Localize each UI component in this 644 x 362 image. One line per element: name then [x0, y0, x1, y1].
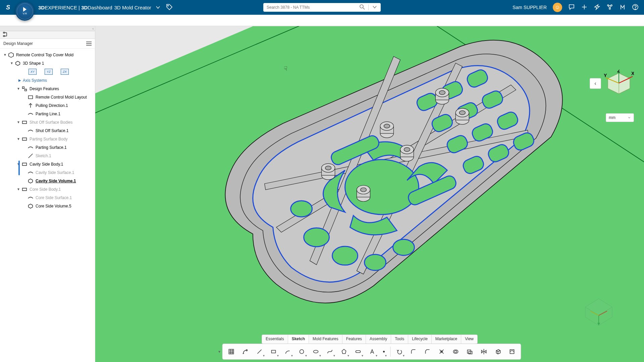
svg-rect-20: [22, 86, 24, 88]
tab-assembly[interactable]: Assembly: [366, 335, 391, 344]
collab-icon[interactable]: [606, 4, 613, 11]
tree-item[interactable]: Parting Line.1: [0, 110, 95, 118]
tab-lifecycle[interactable]: Lifecycle: [408, 335, 432, 344]
avatar[interactable]: ☺: [553, 3, 562, 12]
arc-button[interactable]: ▼: [281, 345, 294, 358]
sidebar-toolstrip: [0, 31, 95, 39]
line-button[interactable]: ▼: [253, 345, 266, 358]
tree-root[interactable]: ▼Remote Control Top Cover Mold: [0, 51, 95, 59]
tree-item[interactable]: Pulling Direction.1: [0, 101, 95, 110]
sketch-icon: [28, 153, 34, 159]
toolbar-expand-icon[interactable]: ▾: [218, 349, 220, 354]
command-tabs: EssentialsSketchMold FeaturesFeaturesAss…: [262, 335, 478, 344]
tree-item[interactable]: Core Side Volume.5: [0, 202, 95, 210]
svg-point-39: [304, 228, 329, 247]
tree-item[interactable]: Shut Off Surface.1: [0, 126, 95, 135]
chamfer-button[interactable]: [421, 345, 434, 358]
svg-line-9: [608, 6, 609, 8]
spline-button[interactable]: ▼: [323, 345, 337, 358]
ground-gizmo[interactable]: [584, 297, 614, 327]
svg-point-2: [167, 5, 168, 6]
breadcrumb[interactable]: 3DEXPERIENCE | 3DDashboard 3D Mold Creat…: [38, 4, 161, 11]
chevron-down-icon: [155, 4, 161, 11]
text-button[interactable]: ▼: [366, 345, 379, 358]
orientation-cube[interactable]: X Y Z: [604, 70, 634, 97]
unit-selector[interactable]: mm: [606, 113, 634, 122]
tree-item-active[interactable]: Cavity Side Volume.1: [0, 177, 95, 185]
compass-button[interactable]: V.R: [15, 2, 34, 21]
tree-item[interactable]: Sketch.1: [0, 152, 95, 160]
tree-item[interactable]: Core Side Surface.1: [0, 193, 95, 202]
tab-mold-features[interactable]: Mold Features: [309, 335, 342, 344]
tree-shutoff-group[interactable]: ▼Shut Off Surface Bodies: [0, 118, 95, 126]
tree-parting-group[interactable]: ▼Parting Surface Body: [0, 135, 95, 143]
direction-icon: [28, 103, 34, 109]
mirror-line-button[interactable]: [477, 345, 491, 358]
point-button[interactable]: ▼: [380, 345, 388, 358]
plane-zx[interactable]: ZX: [61, 69, 69, 75]
user-name[interactable]: Sam SUPPLIER: [513, 5, 547, 10]
search-icon[interactable]: [356, 4, 368, 11]
grid-button[interactable]: [225, 345, 238, 358]
plane-yz[interactable]: YZ: [45, 69, 53, 75]
ds-logo[interactable]: S: [3, 2, 13, 13]
tab-sketch[interactable]: Sketch: [288, 335, 309, 344]
offset-button[interactable]: [463, 345, 477, 358]
tree-item[interactable]: Parting Surface.1: [0, 143, 95, 152]
tag-icon[interactable]: [166, 4, 173, 11]
ellipse-button[interactable]: ▼: [309, 345, 323, 358]
rectangle-button[interactable]: ▼: [267, 345, 280, 358]
tree-mode-icon[interactable]: [3, 31, 9, 39]
polygon-button[interactable]: ▼: [337, 345, 351, 358]
svg-rect-114: [468, 350, 471, 353]
tab-tools[interactable]: Tools: [391, 335, 408, 344]
intersect-button[interactable]: [449, 345, 463, 358]
svg-marker-19: [16, 61, 20, 65]
tab-features[interactable]: Features: [342, 335, 366, 344]
reference-planes: XY YZ ZX: [0, 67, 95, 76]
svg-marker-117: [482, 350, 483, 353]
tab-essentials[interactable]: Essentials: [262, 335, 288, 344]
undo-arrow-button[interactable]: ▼: [393, 345, 406, 358]
box-button[interactable]: [491, 345, 505, 358]
svg-marker-106: [342, 349, 346, 354]
viewport-3d[interactable]: ☟ ‹ X Y Z mm: [95, 26, 644, 362]
svg-marker-27: [29, 179, 33, 183]
ribbon-strip: [0, 15, 644, 26]
tree-design-features[interactable]: ▼Design Features: [0, 84, 95, 93]
tab-view[interactable]: View: [461, 335, 477, 344]
tab-marketplace[interactable]: Marketplace: [432, 335, 461, 344]
tree-cavity-group[interactable]: ▼Cavity Side Body.1: [0, 160, 95, 168]
ifwe-icon[interactable]: [619, 4, 626, 11]
trim-button[interactable]: [435, 345, 448, 358]
svg-point-73: [384, 124, 390, 128]
svg-rect-21: [25, 89, 26, 90]
region-button[interactable]: [505, 345, 519, 358]
search-scope-dropdown[interactable]: [369, 4, 381, 11]
svg-point-7: [609, 8, 610, 9]
svg-text:Z: Z: [617, 70, 620, 73]
svg-marker-29: [29, 204, 33, 208]
slot-button[interactable]: ▼: [352, 345, 365, 358]
circle-button[interactable]: ▼: [295, 345, 309, 358]
svg-rect-121: [510, 350, 514, 354]
auto-constraint-button[interactable]: [239, 345, 252, 358]
tree-core-group[interactable]: ▼Core Side Body.1: [0, 185, 95, 193]
add-icon[interactable]: [581, 4, 588, 11]
help-icon[interactable]: [632, 4, 639, 11]
share-icon[interactable]: [594, 4, 600, 11]
tree-item[interactable]: Remote Control Mold Layout: [0, 93, 95, 101]
svg-point-61: [325, 166, 331, 170]
tree-item[interactable]: Cavity Side Surface.1: [0, 168, 95, 177]
svg-rect-24: [22, 121, 27, 123]
svg-point-108: [383, 351, 385, 352]
view-back-button[interactable]: ‹: [590, 78, 601, 89]
fillet-button[interactable]: [407, 345, 420, 358]
chat-icon[interactable]: [568, 4, 575, 11]
tree-axis[interactable]: ▶Axis Systems: [0, 76, 95, 84]
search-input[interactable]: [263, 5, 356, 10]
panel-menu-icon[interactable]: [86, 42, 92, 46]
plane-xy[interactable]: XY: [29, 69, 37, 75]
tree-shape[interactable]: ▼3D Shape 1: [0, 59, 95, 67]
sidebar-collapse-button[interactable]: ‹: [0, 26, 95, 31]
